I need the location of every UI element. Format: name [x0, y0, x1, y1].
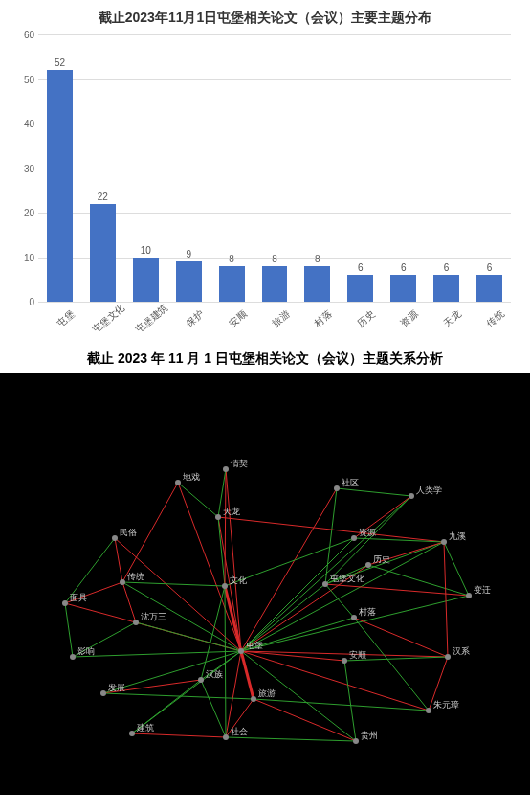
bar-value-label: 10	[141, 245, 151, 256]
network-node-label: 影响	[77, 646, 95, 656]
bar-column: 8	[210, 34, 254, 302]
network-edge	[444, 542, 469, 596]
network-node-label: 民俗	[120, 528, 137, 537]
network-node-label: 地戏	[182, 472, 200, 482]
network-node-label: 社区	[342, 478, 359, 487]
bar-rect	[176, 261, 202, 302]
bar-rect	[133, 258, 159, 303]
bar-plot-area: 010203040506052221098886666	[38, 34, 511, 303]
bar-value-label: 6	[444, 262, 450, 273]
bar-column: 8	[296, 34, 339, 302]
bar-chart-panel: 截止2023年11月1日屯堡相关论文（会议）主要主题分布 01020304050…	[0, 0, 530, 345]
network-edge	[122, 582, 225, 586]
network-node	[222, 583, 228, 589]
bar-rect	[347, 275, 373, 302]
network-edge	[254, 699, 429, 710]
network-node	[112, 535, 118, 541]
network-node	[133, 620, 139, 625]
network-node-label: 情契	[230, 459, 248, 468]
network-node-label: 社会	[231, 727, 248, 736]
y-tick-label: 60	[13, 30, 34, 40]
network-edge	[65, 603, 73, 657]
bar-column: 6	[382, 34, 425, 302]
network-node	[353, 738, 359, 744]
bar-rect	[304, 266, 330, 302]
network-edge	[115, 538, 122, 582]
network-chart-panel: 截止 2023 年 11 月 1 日屯堡相关论文（会议）主题关系分析 屯堡屯堡文…	[0, 345, 530, 795]
network-node-label: 资源	[359, 528, 376, 537]
network-node-label: 贵州	[361, 731, 378, 740]
bar-value-label: 52	[55, 57, 65, 68]
network-edge	[325, 584, 354, 618]
network-node-label: 屯堡	[246, 641, 263, 650]
network-edge	[344, 661, 356, 741]
network-node-label: 变迁	[474, 585, 491, 595]
network-node	[342, 658, 347, 664]
bars-container: 52221098886666	[38, 34, 511, 302]
network-node-label: 沈万三	[141, 612, 166, 621]
bar-value-label: 8	[315, 254, 320, 264]
network-edge	[354, 618, 429, 710]
network-node-label: 九溪	[449, 531, 466, 541]
y-tick-label: 50	[13, 74, 34, 84]
bar-column: 6	[468, 34, 511, 302]
network-node	[251, 696, 256, 702]
network-node	[351, 615, 357, 620]
network-node-label: 文化	[230, 575, 247, 585]
gridline	[38, 302, 511, 303]
network-node	[322, 581, 328, 587]
network-edge	[337, 488, 411, 496]
network-edge	[122, 582, 136, 622]
network-node	[62, 600, 68, 606]
bar-value-label: 6	[487, 262, 493, 273]
network-node-label: 天龙	[223, 507, 240, 516]
network-node	[129, 731, 135, 736]
network-node	[426, 708, 431, 713]
bar-value-label: 8	[272, 254, 277, 264]
bar-column: 8	[254, 34, 297, 302]
network-node-label: 传统	[127, 572, 144, 581]
bar-value-label: 6	[358, 262, 364, 273]
network-svg: 屯堡屯堡文化文化旅游传统资源历史村落汉族社会安顺天龙情契地戏民俗面具沈万三影响发…	[0, 373, 530, 795]
bar-value-label: 8	[229, 254, 234, 264]
network-edge	[132, 733, 226, 737]
network-edge	[73, 651, 241, 657]
network-edge	[225, 469, 226, 586]
y-tick-label: 30	[13, 163, 34, 173]
network-node	[409, 493, 414, 499]
network-node-label: 汉族	[206, 669, 223, 679]
bar-rect	[433, 275, 459, 302]
y-tick-label: 10	[13, 252, 34, 262]
network-node	[70, 654, 76, 660]
network-edge	[254, 699, 356, 741]
network-node-label: 面具	[70, 593, 87, 602]
network-node-label: 建筑	[136, 723, 154, 733]
bar-column: 6	[425, 34, 468, 302]
bar-rect	[476, 275, 502, 302]
network-node	[445, 654, 451, 660]
network-edge	[226, 737, 356, 741]
y-tick-label: 40	[13, 119, 34, 129]
y-tick-label: 0	[13, 297, 34, 307]
network-node	[238, 648, 244, 654]
bar-column: 52	[38, 34, 81, 302]
bar-value-label: 9	[186, 249, 191, 259]
network-edge	[354, 618, 448, 657]
bar-value-label: 6	[401, 262, 407, 273]
bar-value-label: 22	[98, 192, 108, 202]
bar-chart-title: 截止2023年11月1日屯堡相关论文（会议）主要主题分布	[11, 10, 519, 27]
network-edge	[201, 680, 226, 737]
network-node	[198, 677, 204, 683]
network-node	[223, 734, 229, 740]
bar-rect	[90, 204, 116, 302]
bar-x-labels: 屯堡屯堡文化屯堡建筑保护安顺旅游村落历史资源天龙传统	[38, 303, 511, 349]
network-edge	[444, 542, 448, 657]
network-node	[334, 485, 340, 491]
network-node-label: 人类学	[416, 485, 442, 495]
bar-column: 10	[124, 34, 167, 302]
network-node	[365, 562, 371, 568]
y-tick-label: 20	[13, 208, 34, 218]
bar-rect	[390, 275, 416, 302]
network-node-label: 发展	[108, 683, 125, 692]
network-node-label: 汉系	[453, 646, 470, 656]
